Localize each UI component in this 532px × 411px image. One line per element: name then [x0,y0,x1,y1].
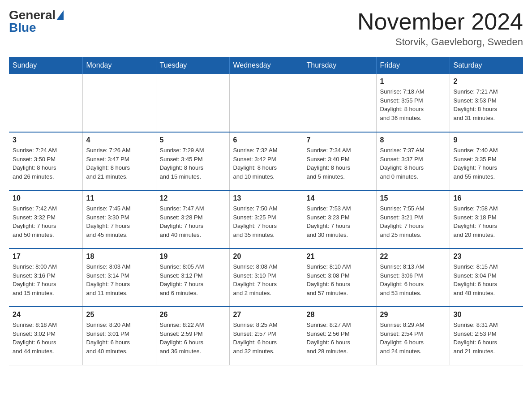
day-number: 18 [86,253,152,261]
day-info: Sunrise: 8:05 AM Sunset: 3:12 PM Dayligh… [160,262,226,297]
calendar-cell: 5Sunrise: 7:29 AM Sunset: 3:45 PM Daylig… [156,132,229,190]
title-block: November 2024 Storvik, Gaevleborg, Swede… [357,9,523,48]
day-info: Sunrise: 7:47 AM Sunset: 3:28 PM Dayligh… [160,204,226,239]
calendar-cell: 18Sunrise: 8:03 AM Sunset: 3:14 PM Dayli… [82,248,156,307]
day-number: 30 [454,311,520,319]
calendar-week-4: 17Sunrise: 8:00 AM Sunset: 3:16 PM Dayli… [9,248,523,307]
calendar-cell: 15Sunrise: 7:55 AM Sunset: 3:21 PM Dayli… [376,190,450,248]
day-info: Sunrise: 7:45 AM Sunset: 3:30 PM Dayligh… [86,204,152,239]
calendar-cell: 14Sunrise: 7:53 AM Sunset: 3:23 PM Dayli… [303,190,376,248]
calendar-cell: 30Sunrise: 8:31 AM Sunset: 2:53 PM Dayli… [450,307,523,365]
weekday-header-friday: Friday [376,57,450,74]
day-number: 9 [454,136,520,144]
calendar-cell [9,74,82,132]
calendar-cell: 21Sunrise: 8:10 AM Sunset: 3:08 PM Dayli… [303,248,376,307]
calendar-cell: 22Sunrise: 8:13 AM Sunset: 3:06 PM Dayli… [376,248,450,307]
day-info: Sunrise: 7:26 AM Sunset: 3:47 PM Dayligh… [86,146,152,181]
calendar-cell: 9Sunrise: 7:40 AM Sunset: 3:35 PM Daylig… [450,132,523,190]
calendar-cell [156,74,229,132]
day-info: Sunrise: 7:58 AM Sunset: 3:18 PM Dayligh… [454,204,520,239]
day-number: 17 [13,253,79,261]
calendar-cell: 1Sunrise: 7:18 AM Sunset: 3:55 PM Daylig… [376,74,450,132]
calendar-cell: 12Sunrise: 7:47 AM Sunset: 3:28 PM Dayli… [156,190,229,248]
day-info: Sunrise: 8:03 AM Sunset: 3:14 PM Dayligh… [86,262,152,297]
day-number: 6 [233,136,299,144]
day-number: 1 [380,77,446,86]
day-number: 3 [13,136,79,144]
calendar-cell: 6Sunrise: 7:32 AM Sunset: 3:42 PM Daylig… [229,132,303,190]
calendar-cell: 16Sunrise: 7:58 AM Sunset: 3:18 PM Dayli… [450,190,523,248]
day-info: Sunrise: 8:25 AM Sunset: 2:57 PM Dayligh… [233,321,299,355]
weekday-header-wednesday: Wednesday [229,57,303,74]
weekday-header-saturday: Saturday [450,57,523,74]
day-info: Sunrise: 7:55 AM Sunset: 3:21 PM Dayligh… [380,204,446,239]
day-number: 22 [380,253,446,261]
day-number: 21 [307,253,373,261]
calendar-cell: 7Sunrise: 7:34 AM Sunset: 3:40 PM Daylig… [303,132,376,190]
day-info: Sunrise: 8:27 AM Sunset: 2:56 PM Dayligh… [307,321,373,355]
calendar-cell [82,74,156,132]
day-info: Sunrise: 7:18 AM Sunset: 3:55 PM Dayligh… [380,87,446,122]
calendar-body: 1Sunrise: 7:18 AM Sunset: 3:55 PM Daylig… [9,74,523,365]
day-info: Sunrise: 8:15 AM Sunset: 3:04 PM Dayligh… [454,262,520,297]
calendar-week-5: 24Sunrise: 8:18 AM Sunset: 3:02 PM Dayli… [9,307,523,365]
day-info: Sunrise: 8:31 AM Sunset: 2:53 PM Dayligh… [454,321,520,355]
day-number: 20 [233,253,299,261]
day-number: 12 [160,194,226,202]
weekday-header-row: SundayMondayTuesdayWednesdayThursdayFrid… [9,57,523,74]
weekday-header-monday: Monday [82,57,156,74]
day-number: 10 [13,194,79,202]
calendar-cell: 20Sunrise: 8:08 AM Sunset: 3:10 PM Dayli… [229,248,303,307]
calendar-week-2: 3Sunrise: 7:24 AM Sunset: 3:50 PM Daylig… [9,132,523,190]
day-info: Sunrise: 8:29 AM Sunset: 2:54 PM Dayligh… [380,321,446,355]
calendar-cell: 28Sunrise: 8:27 AM Sunset: 2:56 PM Dayli… [303,307,376,365]
day-number: 29 [380,311,446,319]
day-number: 15 [380,194,446,202]
day-info: Sunrise: 8:22 AM Sunset: 2:59 PM Dayligh… [160,321,226,355]
day-number: 26 [160,311,226,319]
day-info: Sunrise: 7:40 AM Sunset: 3:35 PM Dayligh… [454,146,520,181]
calendar-cell: 11Sunrise: 7:45 AM Sunset: 3:30 PM Dayli… [82,190,156,248]
calendar-cell: 29Sunrise: 8:29 AM Sunset: 2:54 PM Dayli… [376,307,450,365]
logo: General Blue [9,9,64,34]
calendar-week-1: 1Sunrise: 7:18 AM Sunset: 3:55 PM Daylig… [9,74,523,132]
day-info: Sunrise: 8:08 AM Sunset: 3:10 PM Dayligh… [233,262,299,297]
calendar-week-3: 10Sunrise: 7:42 AM Sunset: 3:32 PM Dayli… [9,190,523,248]
day-info: Sunrise: 8:18 AM Sunset: 3:02 PM Dayligh… [13,321,79,355]
logo-blue-text: Blue [9,21,36,34]
day-info: Sunrise: 8:10 AM Sunset: 3:08 PM Dayligh… [307,262,373,297]
calendar-cell: 24Sunrise: 8:18 AM Sunset: 3:02 PM Dayli… [9,307,82,365]
calendar-cell: 26Sunrise: 8:22 AM Sunset: 2:59 PM Dayli… [156,307,229,365]
page-header: General Blue November 2024 Storvik, Gaev… [9,9,523,48]
calendar-cell: 4Sunrise: 7:26 AM Sunset: 3:47 PM Daylig… [82,132,156,190]
calendar-table: SundayMondayTuesdayWednesdayThursdayFrid… [9,57,523,365]
day-info: Sunrise: 7:32 AM Sunset: 3:42 PM Dayligh… [233,146,299,181]
day-info: Sunrise: 7:34 AM Sunset: 3:40 PM Dayligh… [307,146,373,181]
day-info: Sunrise: 7:53 AM Sunset: 3:23 PM Dayligh… [307,204,373,239]
calendar-cell [229,74,303,132]
day-info: Sunrise: 7:24 AM Sunset: 3:50 PM Dayligh… [13,146,79,181]
calendar-cell: 10Sunrise: 7:42 AM Sunset: 3:32 PM Dayli… [9,190,82,248]
calendar-header: SundayMondayTuesdayWednesdayThursdayFrid… [9,57,523,74]
day-number: 2 [454,77,520,86]
calendar-cell: 3Sunrise: 7:24 AM Sunset: 3:50 PM Daylig… [9,132,82,190]
day-info: Sunrise: 8:13 AM Sunset: 3:06 PM Dayligh… [380,262,446,297]
calendar-cell: 19Sunrise: 8:05 AM Sunset: 3:12 PM Dayli… [156,248,229,307]
day-number: 13 [233,194,299,202]
day-number: 4 [86,136,152,144]
day-info: Sunrise: 7:29 AM Sunset: 3:45 PM Dayligh… [160,146,226,181]
day-number: 25 [86,311,152,319]
weekday-header-sunday: Sunday [9,57,82,74]
day-number: 16 [454,194,520,202]
calendar-cell: 27Sunrise: 8:25 AM Sunset: 2:57 PM Dayli… [229,307,303,365]
day-info: Sunrise: 7:21 AM Sunset: 3:53 PM Dayligh… [454,87,520,122]
day-info: Sunrise: 8:20 AM Sunset: 3:01 PM Dayligh… [86,321,152,355]
calendar-cell: 2Sunrise: 7:21 AM Sunset: 3:53 PM Daylig… [450,74,523,132]
location-subtitle: Storvik, Gaevleborg, Sweden [357,36,523,48]
day-number: 24 [13,311,79,319]
calendar-cell: 17Sunrise: 8:00 AM Sunset: 3:16 PM Dayli… [9,248,82,307]
weekday-header-thursday: Thursday [303,57,376,74]
day-info: Sunrise: 7:37 AM Sunset: 3:37 PM Dayligh… [380,146,446,181]
day-number: 14 [307,194,373,202]
day-number: 7 [307,136,373,144]
